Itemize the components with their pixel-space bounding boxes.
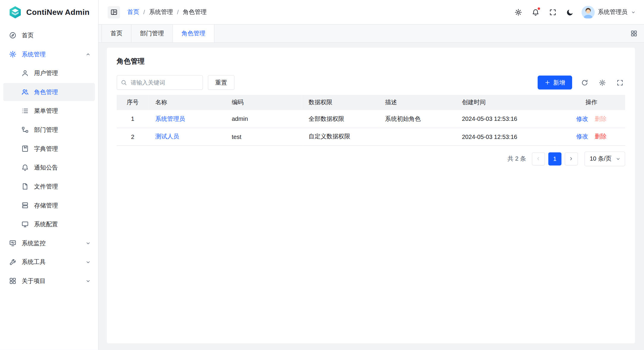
page-title: 角色管理 <box>117 57 625 66</box>
cell-code: admin <box>225 110 302 128</box>
tab-role-management[interactable]: 角色管理 <box>173 25 214 42</box>
bell-icon <box>21 164 29 171</box>
tree-icon <box>21 126 29 134</box>
sidebar-item-system-tools[interactable]: 系统工具 <box>3 253 95 271</box>
column-header-index: 序号 <box>117 95 149 110</box>
sidebar-item-file-management[interactable]: 文件管理 <box>3 178 95 196</box>
sidebar-item-system-config[interactable]: 系统配置 <box>3 215 95 233</box>
app-logo-icon <box>8 5 22 19</box>
chevron-down-icon <box>616 156 621 161</box>
cell-description <box>379 128 455 145</box>
role-name-link[interactable]: 测试人员 <box>155 133 179 140</box>
edit-link[interactable]: 修改 <box>576 115 588 122</box>
user-menu[interactable]: 系统管理员 <box>581 6 636 19</box>
refresh-icon <box>581 79 588 86</box>
avatar <box>581 6 594 19</box>
tabs: 首页部门管理角色管理 <box>102 25 214 42</box>
settings-button[interactable] <box>512 6 525 19</box>
gear-icon <box>9 50 16 58</box>
notification-dot <box>537 7 540 9</box>
cell-data-scope: 全部数据权限 <box>302 110 378 128</box>
fullscreen-icon <box>616 79 624 86</box>
breadcrumb-item: 角色管理 <box>183 8 207 16</box>
table-settings-button[interactable] <box>597 77 607 88</box>
sidebar-item-dict-management[interactable]: 字典管理 <box>3 140 95 158</box>
gear-icon <box>515 8 522 16</box>
search-input[interactable] <box>117 75 203 90</box>
cell-name: 测试人员 <box>149 128 225 145</box>
chevron-right-icon <box>569 156 574 161</box>
chevron-left-icon <box>536 156 541 161</box>
edit-link[interactable]: 修改 <box>576 133 588 140</box>
collapse-sidebar-button[interactable] <box>107 6 120 18</box>
header-actions <box>512 6 577 19</box>
sidebar-item-system-monitor[interactable]: 系统监控 <box>3 234 95 252</box>
chevron-up-icon <box>86 52 91 57</box>
expand-icon <box>549 8 556 16</box>
dark-mode-button[interactable] <box>563 6 576 19</box>
chevron-down-icon <box>86 240 91 246</box>
tab-home[interactable]: 首页 <box>102 25 132 42</box>
breadcrumb: 首页/系统管理/角色管理 <box>127 8 207 16</box>
user-name: 系统管理员 <box>598 8 627 16</box>
notifications-button[interactable] <box>529 6 542 19</box>
tab-overview-icon[interactable] <box>630 30 637 37</box>
cell-index: 1 <box>117 110 149 128</box>
cell-name: 系统管理员 <box>149 110 225 128</box>
delete-link[interactable]: 删除 <box>595 133 607 140</box>
panel-left-icon <box>110 9 117 16</box>
sidebar-item-home[interactable]: 首页 <box>3 26 95 45</box>
moon-icon <box>566 8 574 16</box>
next-page-button[interactable] <box>565 152 578 165</box>
dict-icon <box>21 145 29 152</box>
cell-index: 2 <box>117 128 149 145</box>
reset-button[interactable]: 重置 <box>208 75 235 90</box>
breadcrumb-separator: / <box>143 9 145 15</box>
sidebar-item-user-management[interactable]: 用户管理 <box>3 64 95 82</box>
toolbar-right: 新增 <box>538 76 625 90</box>
page-size-select[interactable]: 10 条/页 <box>584 151 625 166</box>
chevron-down-icon <box>86 259 91 265</box>
grid-icon <box>9 277 16 285</box>
cell-actions: 修改删除 <box>558 110 625 128</box>
column-header-code: 编码 <box>225 95 302 110</box>
refresh-button[interactable] <box>580 77 590 88</box>
prev-page-button <box>532 152 545 165</box>
breadcrumb-item: 系统管理 <box>149 8 173 16</box>
search-icon <box>121 80 127 86</box>
sidebar-item-notice[interactable]: 通知公告 <box>3 159 95 177</box>
sidebar-menu: 首页系统管理用户管理角色管理菜单管理部门管理字典管理通知公告文件管理存储管理系统… <box>0 25 98 292</box>
sidebar-item-role-management[interactable]: 角色管理 <box>3 83 95 101</box>
sidebar-item-system-management[interactable]: 系统管理 <box>3 45 95 63</box>
add-button[interactable]: 新增 <box>538 76 572 90</box>
column-header-createTime: 创建时间 <box>455 95 558 110</box>
tab-dept-management[interactable]: 部门管理 <box>132 25 173 42</box>
app-title: ContiNew Admin <box>26 8 90 17</box>
sidebar-item-storage-management[interactable]: 存储管理 <box>3 196 95 214</box>
cell-create-time: 2024-05-03 12:53:16 <box>455 128 558 145</box>
main-content: 角色管理 重置 新增 <box>99 43 644 350</box>
table-row: 2测试人员test自定义数据权限2024-05-03 12:53:16修改删除 <box>117 128 625 145</box>
users-icon <box>21 88 29 96</box>
breadcrumb-separator: / <box>177 9 179 15</box>
sidebar-item-dept-management[interactable]: 部门管理 <box>3 121 95 139</box>
breadcrumb-item[interactable]: 首页 <box>127 8 139 16</box>
column-header-name: 名称 <box>149 95 225 110</box>
page-1-button[interactable]: 1 <box>548 152 561 165</box>
cell-data-scope: 自定义数据权限 <box>302 128 378 145</box>
pagination: 共 2 条 1 10 条/页 <box>117 151 625 166</box>
header: 首页/系统管理/角色管理 系统管理员 <box>99 0 644 25</box>
role-management-card: 角色管理 重置 新增 <box>107 47 635 343</box>
table-header-row: 序号名称编码数据权限描述创建时间操作 <box>117 95 625 110</box>
sidebar-item-menu-management[interactable]: 菜单管理 <box>3 102 95 120</box>
table-fullscreen-button[interactable] <box>615 77 625 88</box>
delete-link: 删除 <box>595 115 607 122</box>
role-name-link[interactable]: 系统管理员 <box>155 115 185 122</box>
add-button-label: 新增 <box>553 79 565 86</box>
sidebar-item-about-project[interactable]: 关于项目 <box>3 272 95 290</box>
column-header-description: 描述 <box>379 95 455 110</box>
desktop-icon <box>21 221 29 228</box>
cell-actions: 修改删除 <box>558 128 625 145</box>
fullscreen-button[interactable] <box>546 6 559 19</box>
monitor-icon <box>9 239 16 247</box>
